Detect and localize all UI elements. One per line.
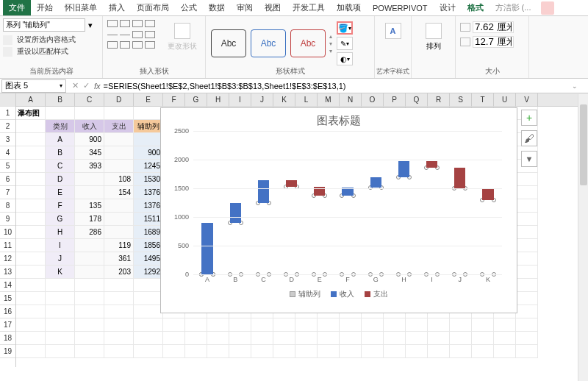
cell[interactable]: 1511 xyxy=(134,213,163,226)
cell[interactable] xyxy=(163,318,185,332)
row-header[interactable]: 15 xyxy=(0,292,15,305)
cell[interactable] xyxy=(16,160,46,173)
cell[interactable] xyxy=(185,345,207,358)
cell[interactable] xyxy=(472,318,494,332)
col-header[interactable]: T xyxy=(472,93,494,106)
arrange-btn[interactable]: 排列 xyxy=(415,18,452,51)
chevron-down-icon[interactable]: ▾ xyxy=(88,21,93,30)
shape-gallery[interactable] xyxy=(106,18,165,51)
cell[interactable] xyxy=(340,318,362,332)
cell[interactable] xyxy=(16,226,46,239)
cell[interactable]: 900 xyxy=(75,133,104,146)
cell[interactable]: E xyxy=(46,186,75,199)
cell[interactable] xyxy=(384,332,406,345)
col-header[interactable]: Q xyxy=(406,93,428,106)
cell[interactable]: 1292 xyxy=(134,266,163,279)
cell[interactable] xyxy=(472,332,494,345)
cell[interactable] xyxy=(163,345,185,358)
cell[interactable] xyxy=(273,332,295,345)
row-header[interactable]: 7 xyxy=(0,186,15,199)
row-header[interactable]: 16 xyxy=(0,305,15,318)
cell[interactable] xyxy=(362,345,384,358)
cell[interactable] xyxy=(75,186,104,199)
cell[interactable] xyxy=(46,332,75,345)
cell[interactable] xyxy=(16,199,46,213)
cell[interactable] xyxy=(207,332,229,345)
reset-match-btn[interactable]: 重设以匹配样式 xyxy=(3,46,99,57)
cell[interactable] xyxy=(75,279,104,292)
row-header[interactable]: 5 xyxy=(0,160,15,173)
cell[interactable] xyxy=(16,305,46,318)
cell[interactable]: 1856 xyxy=(134,239,163,252)
chart-styles-btn[interactable]: 🖌 xyxy=(521,130,537,146)
tab-design[interactable]: 设计 xyxy=(434,0,462,15)
cell[interactable] xyxy=(516,332,538,345)
name-box[interactable]: 图表 5▾ xyxy=(1,79,66,93)
cell[interactable] xyxy=(46,305,75,318)
set-selection-format-btn[interactable]: 设置所选内容格式 xyxy=(3,34,99,46)
tab-powerpivot[interactable]: POWERPIVOT xyxy=(367,1,434,15)
shape-effects-btn[interactable]: ◐▾ xyxy=(337,52,353,65)
cell[interactable]: 361 xyxy=(104,252,134,266)
cell[interactable]: A xyxy=(46,133,75,146)
col-header[interactable]: D xyxy=(104,93,134,106)
cell[interactable] xyxy=(16,345,46,358)
cell[interactable] xyxy=(406,318,428,332)
cell[interactable] xyxy=(472,345,494,358)
cell[interactable] xyxy=(104,332,134,345)
change-shape-btn[interactable]: 更改形状 xyxy=(168,18,197,51)
fx-icon[interactable]: fx xyxy=(94,82,101,90)
cell[interactable] xyxy=(494,345,516,358)
cell[interactable]: 178 xyxy=(75,213,104,226)
vertical-scrollbar[interactable] xyxy=(578,94,588,381)
cell[interactable] xyxy=(516,173,538,186)
cell[interactable]: 286 xyxy=(75,226,104,239)
row-header[interactable]: 1 xyxy=(0,107,15,120)
cell[interactable]: 900 xyxy=(134,146,163,160)
tab-dev[interactable]: 开发工具 xyxy=(287,0,331,15)
cell[interactable] xyxy=(362,318,384,332)
tab-file[interactable]: 文件 xyxy=(3,0,31,15)
cell[interactable] xyxy=(104,146,134,160)
cell[interactable] xyxy=(516,213,538,226)
cell[interactable] xyxy=(273,318,295,332)
cell[interactable] xyxy=(75,252,104,266)
cell[interactable] xyxy=(16,213,46,226)
cell[interactable]: C xyxy=(46,160,75,173)
cell[interactable] xyxy=(185,332,207,345)
height-input[interactable] xyxy=(473,21,514,33)
cell[interactable] xyxy=(340,345,362,358)
cell[interactable]: 1530 xyxy=(134,173,163,186)
col-header[interactable]: O xyxy=(362,93,384,106)
row-header[interactable]: 14 xyxy=(0,279,15,292)
cell[interactable] xyxy=(516,279,538,292)
shape-outline-btn[interactable]: ✎▾ xyxy=(337,37,353,50)
cell[interactable]: 203 xyxy=(104,266,134,279)
confirm-icon[interactable]: ✓ xyxy=(83,81,90,90)
cell[interactable] xyxy=(516,305,538,318)
cell[interactable] xyxy=(16,292,46,305)
shape-fill-btn[interactable]: 🪣▾ xyxy=(337,21,353,35)
shape-style-black[interactable]: Abc xyxy=(211,29,246,57)
col-header[interactable]: C xyxy=(75,93,104,106)
cell[interactable] xyxy=(384,345,406,358)
cell[interactable] xyxy=(75,345,104,358)
tab-addin[interactable]: 加载项 xyxy=(331,0,367,15)
col-header[interactable]: S xyxy=(450,93,472,106)
cell[interactable] xyxy=(104,305,134,318)
row-header[interactable]: 9 xyxy=(0,213,15,226)
cell[interactable] xyxy=(516,226,538,239)
style-gallery-scroll[interactable]: ▴▾▾ xyxy=(329,33,332,54)
cell[interactable]: 辅助列 xyxy=(134,120,163,133)
cell[interactable] xyxy=(134,279,163,292)
cell[interactable] xyxy=(207,318,229,332)
cell[interactable] xyxy=(104,345,134,358)
cell[interactable]: B xyxy=(46,146,75,160)
cell[interactable] xyxy=(295,318,318,332)
cell[interactable]: 1376 xyxy=(134,186,163,199)
cell[interactable]: 1689 xyxy=(134,226,163,239)
tab-home[interactable]: 开始 xyxy=(31,0,59,15)
tab-insert[interactable]: 插入 xyxy=(103,0,131,15)
cell[interactable] xyxy=(163,332,185,345)
row-header[interactable]: 3 xyxy=(0,133,15,146)
